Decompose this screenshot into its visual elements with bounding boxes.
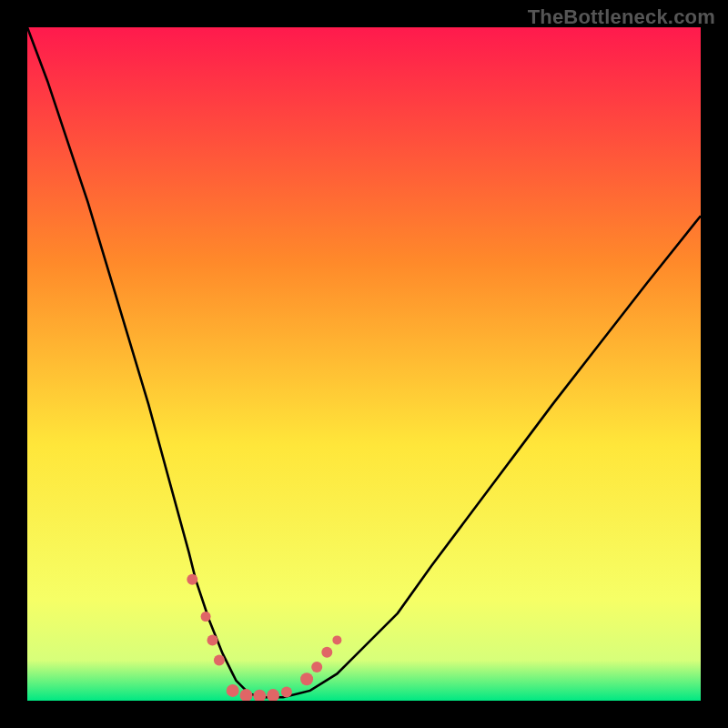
marker-dot [281,686,292,697]
marker-dot [227,684,239,697]
marker-dot [311,662,322,672]
watermark-text: TheBottleneck.com [528,5,715,29]
marker-dot [214,655,225,666]
marker-dot [201,612,211,622]
marker-dot [207,634,218,645]
chart-frame: TheBottleneck.com [0,0,728,728]
marker-dot [332,635,341,644]
plot-svg [27,27,701,701]
marker-dot [300,672,313,685]
marker-dot [187,574,197,585]
plot-area [27,27,701,701]
gradient-background [27,27,701,701]
marker-dot [321,647,332,658]
